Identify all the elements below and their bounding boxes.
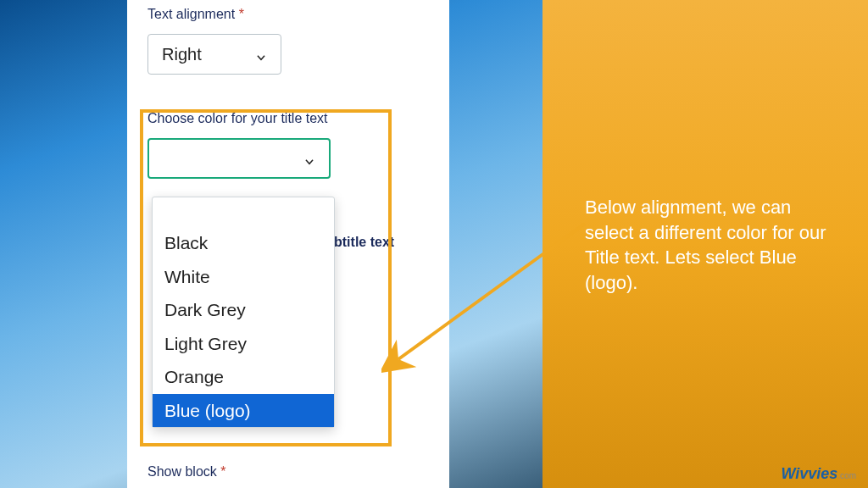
select-value: Right — [162, 45, 202, 64]
title-color-label: Choose color for your title text — [147, 111, 429, 126]
color-option-blue-logo[interactable]: Blue (logo) — [153, 394, 334, 428]
title-color-select[interactable] — [147, 138, 331, 179]
required-marker: * — [239, 7, 244, 21]
color-option-dark-grey[interactable]: Dark Grey — [153, 293, 334, 327]
label-text: Text alignment — [147, 7, 235, 21]
callout-text: Below alignment, we can select a differe… — [585, 195, 831, 296]
required-marker: * — [220, 464, 225, 479]
color-option-light-grey[interactable]: Light Grey — [153, 327, 334, 361]
show-block-label: Show block * — [147, 464, 226, 480]
color-dropdown-popup: Black White Dark Grey Light Grey Orange … — [152, 197, 335, 428]
color-option-white[interactable]: White — [153, 260, 334, 294]
watermark-logo: Wivvies.com — [781, 465, 856, 483]
subtitle-label-fragment: btitle text — [334, 235, 394, 250]
text-alignment-select[interactable]: Right — [147, 34, 281, 75]
chevron-down-icon — [303, 152, 315, 164]
watermark-suffix: .com — [837, 471, 856, 480]
watermark-main: Wivvies — [781, 465, 837, 482]
label-text: Show block — [147, 464, 217, 479]
color-option-black[interactable]: Black — [153, 226, 334, 260]
text-alignment-label: Text alignment * — [147, 7, 429, 22]
color-option-orange[interactable]: Orange — [153, 360, 334, 394]
chevron-down-icon — [255, 48, 267, 60]
stage: Text alignment * Right Choose color for … — [0, 0, 868, 488]
